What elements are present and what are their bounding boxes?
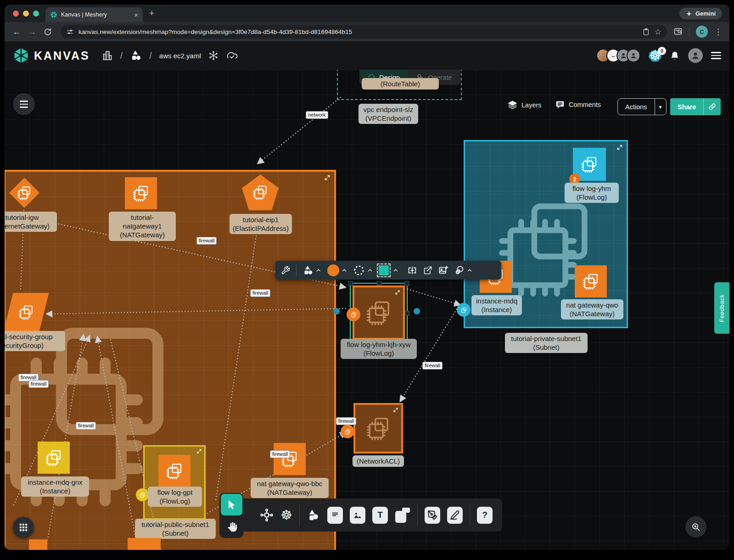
node-flow-log-gpt-group[interactable] bbox=[143, 445, 206, 520]
edge-label-firewall[interactable]: firewall bbox=[28, 380, 49, 388]
shape-picker[interactable] bbox=[303, 265, 321, 276]
bell-icon[interactable] bbox=[670, 50, 680, 61]
resize-handle[interactable] bbox=[404, 311, 409, 316]
minimize-window-button[interactable] bbox=[23, 11, 29, 17]
collaborator-avatar[interactable] bbox=[627, 49, 640, 62]
actions-dropdown-caret[interactable]: ▾ bbox=[655, 99, 666, 115]
node-label-natgateway1[interactable]: tutorial-natgateway1(NATGateway) bbox=[109, 212, 176, 241]
organization-icon[interactable] bbox=[102, 50, 113, 61]
kubernetes-tool-icon[interactable]: ☸ bbox=[280, 509, 292, 522]
image-tool[interactable] bbox=[350, 507, 365, 524]
edge-label-firewall[interactable]: firewall bbox=[76, 422, 96, 430]
configure-wrench-icon[interactable] bbox=[281, 266, 290, 275]
browser-profile-avatar[interactable]: C bbox=[696, 26, 708, 38]
zoom-search-button[interactable] bbox=[685, 516, 706, 538]
node-label-security-group[interactable]: tutorial-security-group(SecurityGroup) bbox=[5, 331, 65, 351]
flow-log-kjh-handle[interactable] bbox=[347, 308, 360, 321]
bookmark-star-icon[interactable]: ☆ bbox=[655, 27, 661, 37]
reload-button[interactable] bbox=[41, 28, 54, 36]
pencil-tool[interactable] bbox=[447, 507, 463, 524]
collapse-node-icon[interactable] bbox=[393, 407, 398, 413]
kanvas-logo[interactable]: KANVAS bbox=[13, 47, 90, 64]
node-label-vpc-endpoint[interactable]: vpc endpoint-slz(VPCEndpoint) bbox=[359, 104, 418, 124]
cloud-sync-icon[interactable] bbox=[226, 50, 238, 62]
collapse-region-icon[interactable] bbox=[324, 174, 331, 181]
edge-label-network[interactable]: network bbox=[306, 111, 328, 119]
node-natgw-qwo[interactable] bbox=[575, 265, 607, 297]
edge-label-firewall[interactable]: firewall bbox=[250, 289, 270, 297]
collaborator-avatars[interactable] bbox=[596, 49, 640, 62]
private-subnet-handle[interactable] bbox=[457, 303, 471, 317]
browser-tab[interactable]: Kanvas | Meshery × bbox=[45, 7, 143, 22]
edge-label-firewall[interactable]: firewall bbox=[196, 237, 217, 245]
tab-search-icon[interactable] bbox=[673, 27, 683, 36]
label-width-icon[interactable] bbox=[407, 265, 417, 275]
node-flow-log-kjh-selected[interactable] bbox=[353, 286, 405, 340]
close-tab-icon[interactable]: × bbox=[134, 11, 138, 19]
browser-menu-icon[interactable]: ⋮ bbox=[714, 27, 722, 37]
zoom-window-button[interactable] bbox=[33, 11, 39, 17]
help-button[interactable]: ? bbox=[477, 507, 493, 524]
node-partial[interactable] bbox=[29, 539, 47, 550]
user-avatar-button[interactable] bbox=[688, 48, 703, 63]
node-instance-mdq-gnx[interactable] bbox=[38, 442, 70, 474]
lasso-tool[interactable] bbox=[454, 265, 472, 275]
node-label-public-subnet[interactable]: tutorial-public-subnet1(Subnet) bbox=[135, 519, 216, 539]
node-label-network-acl[interactable]: (NetworkACL) bbox=[353, 455, 404, 467]
node-label-igw[interactable]: tutorial-igw(InternetGateway) bbox=[5, 212, 57, 232]
actions-button[interactable]: Actions ▾ bbox=[617, 98, 667, 115]
flow-log-gpt-handle[interactable] bbox=[136, 488, 149, 501]
node-label-natgw-bbc[interactable]: nat gateway-qwo-bbc(NATGateway) bbox=[251, 478, 329, 498]
border-style-picker[interactable] bbox=[353, 264, 373, 276]
site-settings-icon[interactable] bbox=[66, 28, 74, 36]
feedback-tab[interactable]: Feedback bbox=[714, 282, 729, 334]
design-canvas[interactable]: Design Operate Layers Comments Actions ▾… bbox=[5, 70, 729, 550]
node-label-private-subnet[interactable]: tutorial-private-subnet1(Subnet) bbox=[505, 333, 588, 353]
edge-label-firewall[interactable]: firewall bbox=[336, 417, 356, 425]
clipboard-icon[interactable] bbox=[642, 28, 650, 36]
text-tool[interactable]: T bbox=[372, 507, 388, 524]
node-label-flow-log-gpt[interactable]: flow log-gpt(FlowLog) bbox=[148, 487, 202, 507]
node-flow-log-gpt[interactable] bbox=[158, 455, 191, 487]
components-tool-icon[interactable] bbox=[260, 508, 274, 522]
resize-handle[interactable] bbox=[404, 281, 409, 286]
shapes-tool-icon[interactable] bbox=[307, 508, 320, 522]
connection-dot[interactable] bbox=[333, 308, 340, 314]
comments-button[interactable]: Comments bbox=[555, 100, 601, 109]
gemini-button[interactable]: Gemini bbox=[679, 8, 722, 19]
note-tool[interactable] bbox=[395, 507, 410, 524]
copy-link-button[interactable] bbox=[703, 98, 721, 115]
fill-style-picker[interactable] bbox=[379, 265, 398, 275]
layers-button[interactable]: Layers bbox=[508, 100, 542, 110]
design-file-name[interactable]: aws ec2.yaml bbox=[159, 52, 201, 60]
environment-icon[interactable] bbox=[208, 50, 219, 61]
open-external-icon[interactable] bbox=[423, 266, 432, 275]
connection-dot[interactable] bbox=[414, 308, 420, 314]
node-label-flow-log-kjh[interactable]: flow log-yhm-kjh-xyw(FlowLog) bbox=[341, 339, 417, 359]
pen-tool[interactable] bbox=[425, 507, 440, 524]
collapse-region-icon[interactable] bbox=[196, 448, 202, 454]
node-partial[interactable] bbox=[128, 538, 161, 550]
collapse-node-icon[interactable] bbox=[395, 290, 400, 295]
add-image-icon[interactable] bbox=[438, 265, 448, 275]
pan-tool[interactable] bbox=[224, 518, 240, 536]
apps-grid-button[interactable] bbox=[13, 517, 34, 538]
comment-tool[interactable] bbox=[327, 507, 343, 524]
node-label-instance-mdq[interactable]: instance-mdq(Instance) bbox=[471, 295, 522, 315]
app-menu-button[interactable] bbox=[711, 50, 721, 61]
close-window-button[interactable] bbox=[13, 11, 19, 17]
node-label-instance-gnx[interactable]: instance-mdq-gnx(Instance) bbox=[21, 476, 89, 497]
node-label-flow-log-yhm[interactable]: flow log-yhm(FlowLog) bbox=[565, 183, 619, 203]
url-text[interactable]: kanvas.new/extension/meshmap?mode=design… bbox=[78, 28, 638, 35]
edge-label-firewall[interactable]: firewall bbox=[270, 450, 290, 458]
edge-label-firewall[interactable]: firewall bbox=[422, 362, 443, 370]
select-tool[interactable] bbox=[221, 494, 242, 515]
node-natgw-qwo-bbc[interactable] bbox=[274, 443, 306, 475]
url-bar[interactable]: kanvas.new/extension/meshmap?mode=design… bbox=[61, 25, 667, 39]
share-button[interactable]: Share bbox=[670, 98, 721, 115]
new-tab-button[interactable]: + bbox=[149, 8, 154, 18]
network-acl-handle[interactable] bbox=[341, 425, 354, 438]
canvas-menu-button[interactable] bbox=[13, 93, 35, 115]
color-picker[interactable] bbox=[327, 264, 347, 276]
node-label-routetable[interactable]: (RouteTable) bbox=[362, 78, 439, 90]
